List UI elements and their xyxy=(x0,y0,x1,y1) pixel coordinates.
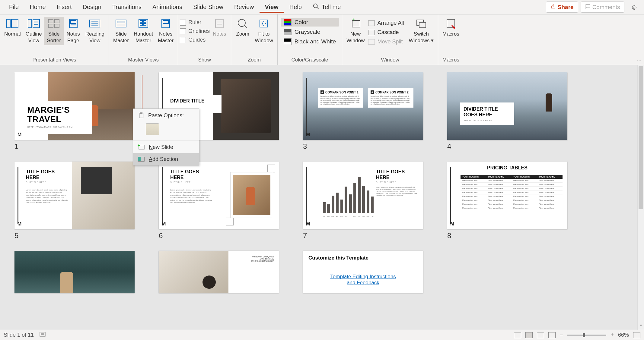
svg-rect-41 xyxy=(447,19,455,28)
black-white-option[interactable]: Black and White xyxy=(281,37,339,46)
slide-thumb-4[interactable]: DIVIDER TITLEGOES HERE SUBTITLE GOES HER… xyxy=(447,72,567,151)
zoom-in-button[interactable]: + xyxy=(611,332,614,338)
svg-rect-36 xyxy=(260,20,268,27)
slide-thumb-5[interactable]: M TITLE GOESHERE SUBTITLE HERE Lorem ips… xyxy=(14,162,135,240)
slide-master-button[interactable]: SlideMaster xyxy=(111,17,131,45)
switch-windows-button[interactable]: SwitchWindows ▾ xyxy=(406,17,436,45)
slide-number: 4 xyxy=(447,142,567,151)
slideshow-view-icon[interactable] xyxy=(548,332,556,338)
group-label: Presentation Views xyxy=(0,56,109,65)
collapse-ribbon-icon[interactable]: ︿ xyxy=(637,57,642,63)
menu-insert[interactable]: Insert xyxy=(51,1,77,13)
zoom-level[interactable]: 66% xyxy=(618,332,629,338)
group-label: Color/Grayscale xyxy=(278,56,342,65)
slide-title: MARGIE'STRAVEL xyxy=(27,105,88,124)
svg-text:+: + xyxy=(352,18,355,23)
color-option[interactable]: Color xyxy=(281,18,339,27)
svg-rect-49 xyxy=(40,332,45,336)
slide-title: DIVIDER TITLE xyxy=(170,98,218,104)
menu-help[interactable]: Help xyxy=(284,1,307,13)
menu-view[interactable]: View xyxy=(260,1,284,13)
tell-me-label: Tell me xyxy=(322,4,341,11)
pricing-table: YOUR HEADINGYOUR HEADINGYOUR HEADINGYOUR… xyxy=(461,175,563,210)
outline-view-button[interactable]: OutlineView xyxy=(23,17,44,45)
svg-rect-43 xyxy=(139,113,143,118)
svg-rect-44 xyxy=(140,112,142,114)
new-window-button[interactable]: + NewWindow xyxy=(344,17,367,45)
svg-rect-12 xyxy=(54,24,59,28)
slide-thumb-10[interactable]: VICTORIA LINDQVIST (206) 555-0100 info@m… xyxy=(159,251,279,293)
slide-number: 1 xyxy=(14,142,135,151)
menu-slideshow[interactable]: Slide Show xyxy=(188,1,229,13)
svg-rect-14 xyxy=(71,20,76,24)
normal-view-button[interactable]: Normal xyxy=(2,17,23,39)
notes-icon[interactable] xyxy=(39,332,46,338)
comments-button[interactable]: Comments xyxy=(581,2,625,13)
svg-rect-10 xyxy=(54,19,59,23)
zoom-button[interactable]: Zoom xyxy=(233,17,252,39)
menu-design[interactable]: Design xyxy=(77,1,107,13)
slide-sorter-view-icon[interactable] xyxy=(525,332,533,338)
menu-file[interactable]: File xyxy=(4,1,24,13)
slide-thumb-8[interactable]: M PRICING TABLES YOUR HEADINGYOUR HEADIN… xyxy=(447,162,567,240)
svg-rect-9 xyxy=(48,19,53,23)
slide-thumb-7[interactable]: M JanFebMarAprMayJunJulAugSepOctNovDec T… xyxy=(303,162,423,240)
slide-sorter-canvas[interactable]: MARGIE'STRAVEL HTTP://WWW.MARGIESTRAVEL.… xyxy=(0,65,637,330)
reading-view-button[interactable]: ReadingView xyxy=(83,17,107,45)
comment-icon xyxy=(585,4,591,11)
context-menu: Paste Options: + New Slide Add Section xyxy=(133,109,199,165)
group-window: + NewWindow Arrange All Cascade Move Spl… xyxy=(342,14,438,65)
search-icon xyxy=(313,3,319,11)
vertical-scrollbar[interactable]: ▴ ▾ xyxy=(637,65,644,330)
paste-options-header: Paste Options: xyxy=(133,109,199,122)
svg-rect-3 xyxy=(11,19,18,28)
notes-page-button[interactable]: NotesPage xyxy=(64,17,83,45)
fit-to-window-button[interactable]: Fit toWindow xyxy=(252,17,275,45)
gridlines-checkbox[interactable]: Gridlines xyxy=(180,28,210,34)
svg-point-42 xyxy=(453,27,455,29)
grayscale-option[interactable]: Grayscale xyxy=(281,28,339,36)
svg-point-34 xyxy=(238,19,245,27)
menu-transitions[interactable]: Transitions xyxy=(107,1,147,13)
menu-review[interactable]: Review xyxy=(229,1,260,13)
slide-thumb-6[interactable]: M TITLE GOESHERE SUBTITLE HERE Lorem ips… xyxy=(159,162,279,240)
menu-animations[interactable]: Animations xyxy=(147,1,188,13)
guides-checkbox[interactable]: Guides xyxy=(180,37,210,43)
slide-thumb-1[interactable]: MARGIE'STRAVEL HTTP://WWW.MARGIESTRAVEL.… xyxy=(14,72,135,151)
feedback-icon[interactable]: ☺ xyxy=(630,3,638,11)
handout-master-button[interactable]: HandoutMaster xyxy=(131,17,155,45)
scroll-down-icon[interactable]: ▾ xyxy=(638,323,644,330)
arrange-all-button[interactable]: Arrange All xyxy=(368,19,404,27)
menu-home[interactable]: Home xyxy=(24,1,51,13)
add-section-menuitem[interactable]: Add Section xyxy=(133,153,199,165)
zoom-out-button[interactable]: − xyxy=(560,332,563,338)
slide-thumb-3[interactable]: M +COMPARISON POINT 1 Lorem ipsum dolor … xyxy=(303,72,423,151)
slide-thumb-11[interactable]: Customize this Template Template Editing… xyxy=(303,251,423,293)
svg-rect-30 xyxy=(215,19,223,28)
ruler-checkbox[interactable]: Ruler xyxy=(180,19,210,26)
paste-option-keep-formatting[interactable] xyxy=(146,123,159,135)
slide-sorter-button[interactable]: SlideSorter xyxy=(44,17,64,45)
slide-thumb-9[interactable] xyxy=(14,251,135,293)
macros-button[interactable]: Macros xyxy=(440,17,462,39)
move-split-button: Move Split xyxy=(368,38,404,46)
group-label: Master Views xyxy=(109,56,178,65)
fit-to-window-icon[interactable] xyxy=(633,332,640,338)
group-label: Zoom xyxy=(231,56,277,65)
new-slide-menuitem[interactable]: + New Slide xyxy=(133,141,199,153)
group-show: Ruler Gridlines Guides Notes Show xyxy=(178,14,231,65)
cascade-button[interactable]: Cascade xyxy=(368,29,404,36)
scrollbar-thumb[interactable] xyxy=(639,66,643,209)
notes-button: Notes xyxy=(210,17,229,39)
svg-point-0 xyxy=(314,4,317,8)
notes-master-button[interactable]: NotesMaster xyxy=(155,17,176,45)
group-label: Macros xyxy=(438,56,464,65)
zoom-slider[interactable] xyxy=(567,335,606,336)
paste-icon xyxy=(137,112,145,119)
share-button[interactable]: Share xyxy=(546,2,578,13)
slide-counter: Slide 1 of 11 xyxy=(4,332,34,338)
reading-view-icon[interactable] xyxy=(537,332,544,338)
normal-view-icon[interactable] xyxy=(514,332,521,338)
svg-rect-2 xyxy=(7,19,10,28)
tell-me[interactable]: Tell me xyxy=(307,1,346,14)
